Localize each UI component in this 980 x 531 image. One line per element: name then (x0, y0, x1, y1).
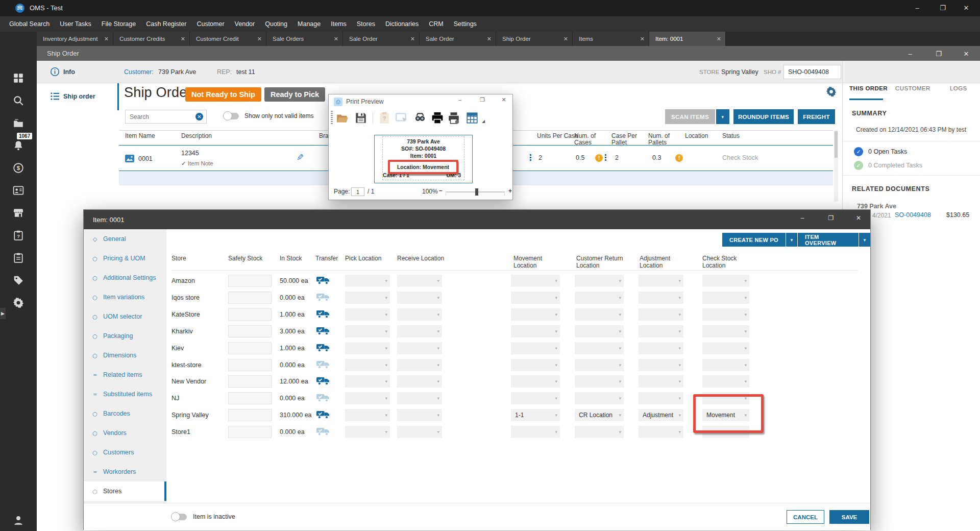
roundup-items-button[interactable]: ROUNDUP ITEMS (733, 109, 794, 124)
adjustment-location-dropdown[interactable]: ▾ (639, 275, 683, 287)
cancel-button[interactable]: CANCEL (787, 510, 824, 524)
modal-maximize-button[interactable]: ❐ (823, 214, 839, 222)
save-button[interactable]: SAVE (829, 510, 869, 524)
pick-dropdown[interactable]: ▾ (345, 342, 390, 354)
modal-nav-stores[interactable]: ○Stores (84, 481, 166, 501)
column-header-location[interactable]: Location (685, 133, 721, 139)
edit-pencil-icon[interactable]: ✎ (297, 152, 304, 162)
folders-icon[interactable] (13, 117, 24, 129)
search-icon[interactable] (13, 95, 24, 106)
contacts-icon[interactable] (13, 185, 24, 196)
tab-inventory-adjustment[interactable]: Inventory Adjustment✕ (37, 32, 113, 46)
notifications-icon[interactable] (13, 140, 24, 151)
user-icon[interactable] (13, 515, 24, 526)
receive-dropdown[interactable]: ▾ (397, 426, 442, 438)
tab-customer[interactable]: CUSTOMER (895, 85, 930, 91)
item-name-cell[interactable]: 0001 (138, 155, 153, 162)
receive-dropdown[interactable]: ▾ (397, 342, 442, 354)
transfer-truck-toggle[interactable] (316, 427, 330, 436)
menu-item-user-tasks[interactable]: User Tasks (55, 16, 96, 32)
shiporder-minimize-button[interactable]: – (898, 46, 922, 62)
safety-stock-input[interactable] (228, 409, 272, 421)
check-stock-location-dropdown[interactable]: ▾ (702, 308, 749, 321)
drag-handle[interactable] (530, 154, 531, 161)
tab-close-icon[interactable]: ✕ (484, 36, 492, 42)
safety-stock-input[interactable] (228, 392, 272, 404)
customer-return-location-dropdown[interactable]: ▾ (575, 342, 624, 354)
tasks-icon[interactable] (13, 252, 24, 263)
tab-close-icon[interactable]: ✕ (637, 36, 645, 42)
check-stock-location-dropdown[interactable]: ▾ (702, 275, 749, 287)
adjustment-location-dropdown[interactable]: ▾ (639, 292, 683, 304)
modal-nav-general[interactable]: ◇General (84, 229, 166, 249)
receive-dropdown[interactable]: ▾ (397, 359, 442, 371)
item-overview-dropdown[interactable]: ▾ (859, 233, 870, 247)
table-scrollbar[interactable] (834, 130, 838, 202)
column-header-case-per-pallet[interactable]: Case Per Pallet (611, 133, 641, 146)
customer-value[interactable]: 739 Park Ave (158, 68, 196, 76)
select-icon[interactable] (395, 111, 408, 125)
transfer-truck-toggle[interactable] (316, 410, 330, 419)
minimize-button[interactable]: – (905, 0, 929, 16)
movement-location-dropdown[interactable]: ▾ (511, 426, 560, 438)
receive-dropdown[interactable]: ▾ (397, 292, 442, 304)
check-stock-location-dropdown[interactable]: ▾ (702, 325, 749, 337)
safety-stock-input[interactable] (228, 308, 272, 321)
tab-logs[interactable]: LOGS (950, 85, 967, 91)
open-file-icon[interactable] (336, 111, 349, 125)
tab-close-icon[interactable]: ✕ (714, 36, 721, 42)
pp-maximize-button[interactable]: ❐ (477, 96, 488, 103)
movement-location-dropdown[interactable]: ▾ (511, 325, 560, 337)
menu-item-items[interactable]: Items (326, 16, 352, 32)
transfer-truck-toggle[interactable] (316, 326, 330, 335)
check-stock-location-dropdown[interactable]: ▾ (702, 342, 749, 354)
check-stock-location-dropdown[interactable]: ▾ (702, 292, 749, 304)
tab-sale-order[interactable]: Sale Order✕ (343, 32, 420, 46)
adjustment-location-dropdown[interactable]: ▾ (639, 342, 683, 354)
search-clear-icon[interactable]: ✕ (195, 113, 203, 120)
modal-nav-item-variations[interactable]: ○Item variations (84, 287, 166, 307)
menu-item-vendor[interactable]: Vendor (230, 16, 260, 32)
paste-icon[interactable]: ? (378, 111, 391, 125)
pick-dropdown[interactable]: ▾ (345, 292, 390, 304)
receive-dropdown[interactable]: ▾ (397, 325, 442, 337)
open-tasks-label[interactable]: 0 Open Tasks (868, 148, 907, 155)
transfer-truck-toggle[interactable] (316, 393, 330, 402)
grid-icon[interactable] (465, 111, 479, 125)
menu-item-settings[interactable]: Settings (449, 16, 482, 32)
column-header-num-of-pallets[interactable]: Num. of Pallets (648, 133, 679, 146)
transfer-truck-toggle[interactable] (316, 276, 330, 285)
tab-ship-order[interactable]: Ship Order✕ (496, 32, 573, 46)
ready-to-pick-button[interactable]: Ready to Pick (264, 87, 325, 102)
modal-nav-packaging[interactable]: ○Packaging (84, 326, 166, 346)
menu-item-global-search[interactable]: Global Search (4, 16, 55, 32)
column-header-num-of-cases[interactable]: Num. of Cases (574, 133, 604, 146)
receive-dropdown[interactable]: ▾ (397, 308, 442, 321)
item-overview-label[interactable]: ITEM OVERVIEW (798, 233, 859, 247)
freight-button[interactable]: FREIGHT (798, 109, 835, 124)
movement-location-dropdown[interactable]: 1-1▾ (511, 409, 560, 421)
modal-nav-substituted-items[interactable]: ＝Substituted items (84, 384, 166, 404)
tab-close-icon[interactable]: ✕ (178, 36, 185, 42)
column-header-item-name[interactable]: Item Name (125, 133, 174, 139)
customer-return-location-dropdown[interactable]: ▾ (575, 359, 624, 371)
pick-dropdown[interactable]: ▾ (345, 426, 390, 438)
sidebar-item-info[interactable]: Info (63, 68, 75, 76)
pick-dropdown[interactable]: ▾ (345, 409, 390, 421)
adjustment-location-dropdown[interactable]: Adjustment▾ (639, 409, 683, 421)
sho-number-input[interactable] (783, 65, 841, 79)
modal-nav-uom-selector[interactable]: ○UOM selector (84, 307, 166, 326)
save-icon[interactable] (354, 111, 368, 125)
tab-close-icon[interactable]: ✕ (101, 36, 109, 42)
shiporder-restore-button[interactable]: ❐ (927, 46, 950, 62)
item-inactive-toggle[interactable] (172, 514, 187, 520)
toolbar-overflow-icon[interactable]: ◢ (482, 119, 485, 124)
check-stock-location-dropdown[interactable]: ▾ (702, 359, 749, 371)
completed-tasks-label[interactable]: 0 Completed Tasks (868, 162, 922, 169)
receive-dropdown[interactable]: ▾ (397, 392, 442, 404)
customer-return-location-dropdown[interactable]: ▾ (575, 308, 624, 321)
transfer-truck-toggle[interactable] (316, 309, 330, 319)
modal-nav-additional-settings[interactable]: ○Additional Settings (84, 268, 166, 287)
tab-close-icon[interactable]: ✕ (331, 36, 338, 42)
customer-return-location-dropdown[interactable]: ▾ (575, 426, 624, 438)
